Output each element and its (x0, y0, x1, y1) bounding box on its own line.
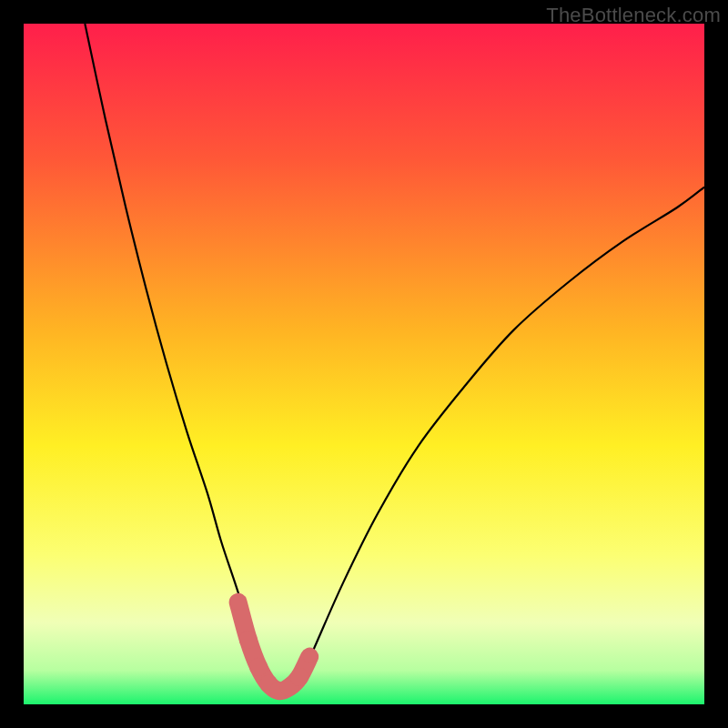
plot-area (24, 24, 704, 704)
chart-svg (24, 24, 704, 704)
bottleneck-curve (85, 24, 704, 692)
chart-frame: TheBottleneck.com (0, 0, 728, 728)
highlight-marker (290, 668, 308, 686)
highlight-marker (239, 631, 258, 649)
highlight-marker (249, 658, 268, 676)
highlight-marker (230, 594, 247, 611)
highlight-marker (303, 651, 316, 663)
watermark-text: TheBottleneck.com (546, 4, 721, 27)
